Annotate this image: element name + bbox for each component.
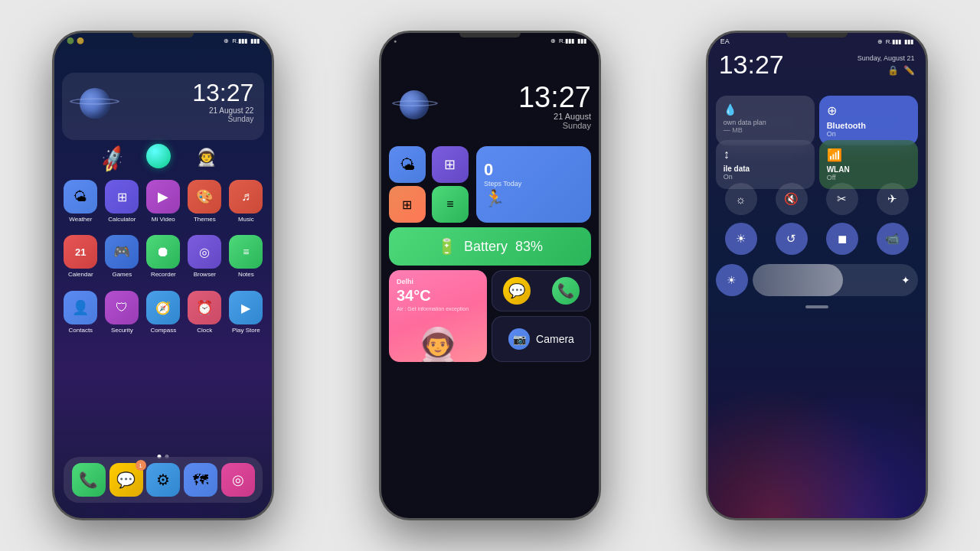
p2-weather-widget[interactable]: Delhi 34°C Air : Get information excepti… [389,270,487,362]
edit-icon-cc[interactable]: ✏️ [903,65,915,76]
cc-btn-flashlight[interactable]: ◼ [826,223,858,255]
dock-settings[interactable]: ⚙ [146,463,180,497]
cc-bt-state: On [827,130,910,138]
app-games[interactable]: 🎮 Games [102,235,142,278]
cc-bg-glow [708,365,926,518]
clock-display: 13:27 21 August 22 Sunday [192,80,253,123]
status-bar-phone1: 🟢 🟡 ⊕ R.▮▮▮ ▮▮▮ [54,33,272,46]
cc-data-header: 💧 [724,103,807,116]
cc-btn-video[interactable]: 📹 [877,223,909,255]
cc-btn-brightness2[interactable]: ☀ [716,264,748,296]
app-grid-row3: 👤 Contacts 🛡 Security 🧭 Compass ⏰ Clock … [60,291,266,334]
app-recorder[interactable]: ⏺ Recorder [143,235,183,278]
cc-wlan-label: WLAN [827,165,910,174]
app-weather[interactable]: 🌤 Weather [60,180,100,223]
cc-btn-rotate[interactable]: ↺ [776,223,808,255]
p2-steps-widget[interactable]: 0 Steps Today 🏃 [476,146,591,223]
clock-widget[interactable]: 13:27 21 August 22 Sunday [62,73,264,140]
clock-time: 13:27 [192,80,253,105]
cc-brightness-fill [753,264,844,296]
cc-tiles-row2: ↕ ile data On 📶 WLAN Off [716,140,918,189]
cc-btn-brightness-down[interactable]: ☼ [725,183,757,215]
cc-btn-brightness[interactable]: ☀ [725,223,757,255]
p2-icon-toprow1[interactable]: 🌤 [389,146,426,183]
p2-clock-day: Sunday [518,121,591,130]
app-security[interactable]: 🛡 Security [102,291,142,334]
p2-messaging-widget[interactable]: 💬 📞 [492,270,591,311]
cc-header-icons: 🔒 ✏️ [858,65,915,76]
status-right-p2: ⊕ R.▮▮▮ ▮▮▮ [550,37,586,44]
cc-btn-airplane[interactable]: ✈ [877,183,909,215]
battery-icon-p2: ▮▮▮ [577,37,586,44]
app-compass[interactable]: 🧭 Compass [143,291,183,334]
status-right: ⊕ R.▮▮▮ ▮▮▮ [224,37,260,44]
app-music[interactable]: ♬ Music [226,180,266,223]
app-calculator[interactable]: ⊞ Calculator [102,180,142,223]
p2-widgets-container: 🌤 ⊞ ⊞ ≡ 0 Steps Today 🏃 🔋 Battery 83% [389,146,591,362]
weather-desc: Air : Get information exception [397,306,479,311]
cc-bt-label: Bluetooth [827,121,910,130]
cc-brightness-slider[interactable]: ✦ [753,264,918,296]
app-browser[interactable]: ◎ Browser [185,235,224,278]
bluetooth-icon-cc: ⊕ [877,38,883,45]
cc-data-tile[interactable]: 💧 own data plan — MB [716,96,815,145]
cc-date-area: Sunday, August 21 🔒 ✏️ [858,54,915,76]
status-bar-phone2: ● ⊕ R.▮▮▮ ▮▮▮ [381,33,599,46]
app-mi-video[interactable]: ▶ Mi Video [143,180,183,223]
phone-2-widgets: ● ⊕ R.▮▮▮ ▮▮▮ 13:27 21 August Sunday 🌤 ⊞… [379,31,601,520]
p2-camera-widget[interactable]: 📷 Camera [492,316,591,362]
dock-messages[interactable]: 💬 1 [109,463,143,497]
clock-day: Sunday [192,115,253,123]
app-notes[interactable]: ≡ Notes [226,235,266,278]
phone-3-control-center: EA ⊕ R.▮▮▮ ▮▮▮ 13:27 Sunday, August 21 🔒… [706,31,928,520]
app-themes[interactable]: 🎨 Themes [185,180,224,223]
bluetooth-icon-p2: ⊕ [550,37,556,44]
cc-mobile-state: On [724,173,807,181]
messaging-icon: 💬 [503,277,531,305]
status-bar-phone3: EA ⊕ R.▮▮▮ ▮▮▮ [708,33,926,47]
app-calendar[interactable]: 21 Calendar [60,235,100,278]
signal-icon-cc: R.▮▮▮ [886,38,901,45]
cc-controls-row2: ☀ ↺ ◼ 📹 [716,223,918,255]
steps-label: Steps Today [484,180,521,187]
cc-wlan-tile[interactable]: 📶 WLAN Off [819,140,918,189]
app-contacts[interactable]: 👤 Contacts [60,291,100,334]
cc-status-right: ⊕ R.▮▮▮ ▮▮▮ [877,38,913,45]
p2-icon-botrow2[interactable]: ≡ [432,186,469,223]
steps-count: 0 [484,160,493,180]
cc-wlan-state: Off [827,174,910,181]
cc-mobile-tile[interactable]: ↕ ile data On [716,140,815,189]
cc-date: Sunday, August 21 [858,54,915,62]
cc-slider-row: ☀ ✦ [716,264,918,296]
p2-clock-widget: 13:27 21 August Sunday [389,73,591,140]
p2-battery-widget[interactable]: 🔋 Battery 83% [389,227,591,266]
cc-btn-scissors[interactable]: ✂ [826,183,858,215]
dock-maps[interactable]: 🗺 [184,463,217,497]
cc-bluetooth-tile[interactable]: ⊕ Bluetooth On [819,96,918,145]
cc-slider-star: ✦ [901,274,910,286]
app-grid-row1: 🌤 Weather ⊞ Calculator ▶ Mi Video 🎨 Them… [60,180,266,223]
p2-planet [389,80,443,133]
cc-mobile-label: ile data [724,165,807,173]
p2-row2: 🔋 Battery 83% [389,227,591,266]
p2-clock-display: 13:27 21 August Sunday [518,83,591,130]
p2-icon-botrow1[interactable]: ⊞ [389,186,426,223]
signal-icon-p2: R.▮▮▮ [559,37,574,44]
cc-btn-mute[interactable]: 🔇 [776,183,808,215]
lock-icon-cc[interactable]: 🔒 [887,65,899,76]
p2-icon-toprow2[interactable]: ⊞ [432,146,469,183]
cc-bt-header: ⊕ [827,103,910,118]
weather-city: Delhi [397,278,479,285]
bluetooth-tile-icon: ⊕ [827,103,837,118]
cc-data-label: own data plan [724,119,807,126]
cc-status-left: EA [720,37,730,45]
dock-browser[interactable]: ◎ [221,463,255,497]
dock-phone[interactable]: 📞 [72,463,106,497]
battery-icon: ▮▮▮ [250,37,260,44]
p2-row1: 🌤 ⊞ ⊞ ≡ 0 Steps Today 🏃 [389,146,591,223]
battery-icon-cc: ▮▮▮ [904,38,913,45]
weather-temp: 34°C [397,287,479,305]
app-clock[interactable]: ⏰ Clock [185,291,224,334]
app-playstore[interactable]: ▶ Play Store [226,291,266,334]
cc-tiles-row1: 💧 own data plan — MB ⊕ Bluetooth On [716,96,918,145]
